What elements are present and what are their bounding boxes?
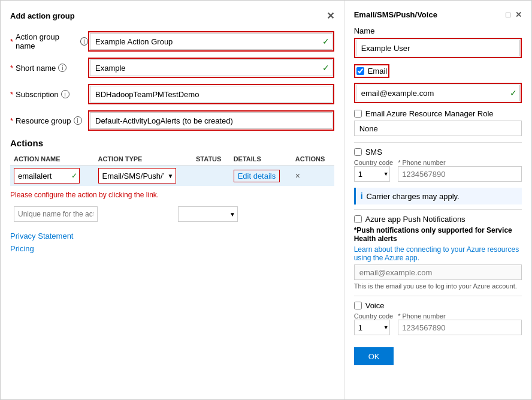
email-label: Email [368, 67, 388, 76]
resource-group-label: * Resource group i [10, 116, 88, 125]
short-name-info-icon[interactable]: i [58, 64, 66, 72]
voice-section: Voice Country code 1 ▼ * Phone number [354, 301, 522, 335]
carrier-note: Carrier charges may apply. [367, 192, 460, 201]
new-action-type-select[interactable] [178, 206, 238, 222]
voice-country-code-wrap: 1 ▼ [354, 320, 390, 335]
action-group-name-label: * Action group name i [10, 32, 88, 50]
voice-phone-group: * Phone number [398, 312, 522, 335]
resource-group-select[interactable]: Default-ActivityLogAlerts (to be created… [90, 112, 332, 129]
col-action-type: ACTION TYPE [95, 153, 193, 166]
pricing-link-wrap: Pricing [10, 244, 334, 253]
subscription-wrap: BDHadoopTeamPMTestDemo [88, 84, 334, 104]
short-name-wrap: ✓ [88, 58, 334, 78]
close-button[interactable]: ✕ [327, 10, 334, 22]
email-manager-select[interactable]: None [354, 121, 522, 136]
voice-checkbox-row: Voice [354, 301, 522, 310]
action-group-name-check-icon: ✓ [322, 37, 330, 46]
resource-group-wrap: Default-ActivityLogAlerts (to be created… [88, 110, 334, 131]
details-cell: Edit details [230, 166, 292, 187]
ok-button[interactable]: OK [354, 347, 394, 365]
info-icon: i [361, 191, 363, 201]
col-actions: ACTIONS [292, 153, 334, 166]
voice-inputs-row: Country code 1 ▼ * Phone number [354, 312, 522, 335]
resource-group-info-icon[interactable]: i [74, 116, 82, 125]
push-checkbox[interactable] [354, 215, 362, 223]
push-checkbox-row: Azure app Push Notifications [354, 215, 522, 224]
action-group-name-input[interactable] [90, 33, 332, 50]
email-input[interactable] [356, 85, 520, 101]
sms-checkbox[interactable] [354, 148, 362, 156]
actions-section-title: Actions [10, 138, 334, 148]
actions-table: ACTION NAME ACTION TYPE STATUS DETAILS A… [10, 153, 334, 186]
push-learn-link[interactable]: Learn about the connecting to your Azure… [354, 245, 522, 262]
action-group-name-info-icon[interactable]: i [80, 37, 88, 46]
new-action-row: ▼ [10, 204, 334, 224]
push-helper-text: This is the email you use to log into yo… [354, 282, 522, 290]
subscription-info-icon[interactable]: i [61, 90, 69, 98]
email-manager-checkbox[interactable] [354, 110, 362, 118]
subscription-select[interactable]: BDHadoopTeamPMTestDemo [90, 86, 332, 103]
email-check-icon: ✓ [510, 88, 517, 98]
privacy-statement-link-wrap: Privacy Statement [10, 231, 334, 240]
panel-title: Add action group ✕ [10, 10, 334, 22]
name-label: Name [354, 26, 522, 35]
right-panel: Email/SMS/Push/Voice □ ✕ Name Email ✓ [344, 1, 531, 399]
col-action-name: ACTION NAME [10, 153, 95, 166]
country-code-wrap: 1 ▼ [354, 166, 390, 182]
email-checkbox-row: Email [354, 64, 390, 78]
country-code-select[interactable]: 1 [354, 166, 390, 182]
action-group-name-row: * Action group name i ✓ [10, 31, 334, 52]
divider-1 [354, 142, 522, 143]
divider-2 [354, 209, 522, 210]
email-manager-select-wrap: None [354, 121, 522, 136]
push-email-input[interactable] [354, 264, 522, 280]
short-name-input[interactable] [90, 59, 332, 76]
edit-details-link[interactable]: Edit details [234, 170, 280, 182]
action-type-cell: Email/SMS/Push/V... ▼ [95, 166, 193, 187]
right-panel-icons: □ ✕ [506, 10, 522, 19]
delete-action-button[interactable]: × [295, 171, 300, 181]
voice-country-group: Country code 1 ▼ [354, 312, 393, 335]
voice-country-code-select[interactable]: 1 [354, 320, 390, 335]
sms-inputs-row: Country code 1 ▼ * Phone number [354, 159, 522, 182]
phone-number-group: * Phone number [398, 159, 522, 182]
carrier-info-box: i Carrier charges may apply. [354, 188, 522, 204]
error-message: Please configure the action by clicking … [10, 191, 334, 199]
subscription-label: * Subscription i [10, 90, 88, 99]
action-type-select[interactable]: Email/SMS/Push/V... [98, 168, 176, 184]
voice-label: Voice [365, 301, 385, 310]
new-details-cell [308, 204, 321, 224]
voice-phone-input[interactable] [398, 320, 522, 335]
email-input-wrap: ✓ [354, 83, 522, 103]
sms-section: SMS Country code 1 ▼ * Phone number [354, 148, 522, 182]
privacy-statement-link[interactable]: Privacy Statement [10, 231, 74, 240]
action-name-input[interactable] [14, 168, 80, 184]
name-input-wrap [354, 38, 522, 58]
pricing-link[interactable]: Pricing [10, 244, 34, 253]
name-section: Name [354, 26, 522, 58]
action-name-check-icon: ✓ [71, 172, 77, 180]
voice-phone-required-label: * Phone number [398, 312, 522, 320]
new-type-cell: ▼ [174, 204, 295, 224]
name-input[interactable] [356, 40, 520, 56]
action-group-name-wrap: ✓ [88, 31, 334, 52]
subscription-row: * Subscription i BDHadoopTeamPMTestDemo [10, 84, 334, 104]
push-label: Azure app Push Notifications [365, 215, 466, 224]
minimize-icon[interactable]: □ [506, 10, 510, 19]
short-name-label: * Short name i [10, 64, 88, 73]
table-row: ✓ Email/SMS/Push/V... ▼ Edit detai [10, 166, 334, 187]
required-star-4: * [10, 116, 13, 125]
new-actions-cell [321, 204, 334, 224]
close-right-icon[interactable]: ✕ [515, 10, 522, 19]
email-section: Email ✓ [354, 64, 522, 103]
voice-checkbox[interactable] [354, 302, 362, 309]
new-action-name-input[interactable] [14, 206, 98, 222]
required-star-2: * [10, 64, 13, 73]
email-manager-section: Email Azure Resource Manager Role None [354, 109, 522, 136]
email-checkbox[interactable] [356, 67, 364, 75]
country-code-group: Country code 1 ▼ [354, 159, 393, 182]
phone-number-input[interactable] [398, 166, 522, 182]
phone-required-label: * Phone number [398, 159, 522, 166]
required-star-3: * [10, 90, 13, 99]
new-action-table: ▼ [10, 204, 334, 224]
